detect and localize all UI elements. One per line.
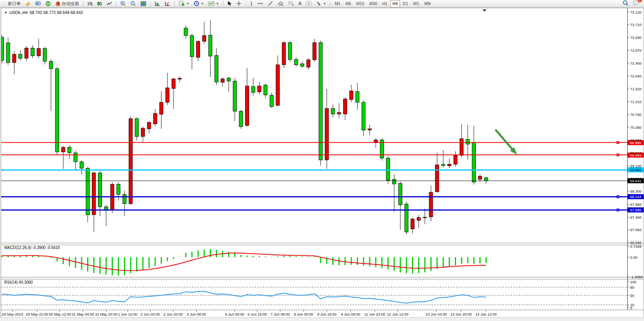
- zoom-in-button[interactable]: [118, 0, 128, 7]
- chevron-down-icon: ▼: [216, 2, 219, 5]
- templates-button[interactable]: ▼: [206, 0, 221, 7]
- hline-price-label: 67.695: [628, 207, 644, 212]
- price-tick-label: 73.710: [630, 23, 642, 27]
- toolbar-separator: [174, 1, 175, 6]
- auto-scroll-button[interactable]: [153, 0, 162, 7]
- candlestick-series: [1, 20, 488, 234]
- chart-shift-button[interactable]: [163, 0, 172, 7]
- svg-text:T: T: [308, 2, 310, 6]
- signal-icon: [45, 1, 51, 6]
- chart-shift-marker[interactable]: [483, 9, 486, 12]
- price-tick-label: 71.620: [630, 87, 642, 91]
- zoom-out-button[interactable]: [128, 0, 138, 7]
- periods-button[interactable]: ▼: [192, 0, 206, 7]
- price-tick-label: 70.790: [630, 112, 642, 117]
- toolbar-separator: [150, 1, 151, 6]
- price-tick-label: 67.050: [630, 228, 642, 232]
- text-label-tool-button[interactable]: T: [304, 0, 314, 7]
- timeframe-m15-button[interactable]: M15: [354, 0, 367, 7]
- trendline-tool-button[interactable]: [266, 0, 275, 7]
- crosshair-tool-button[interactable]: [234, 0, 244, 7]
- channel-tool-button[interactable]: E: [275, 0, 286, 7]
- fibonacci-tool-button[interactable]: F: [286, 0, 296, 7]
- text-tool-button[interactable]: A: [297, 0, 304, 7]
- chart-window: ▼ USOil-,H4 68.742 68.772 68.549 68.642 …: [1, 8, 644, 318]
- hline-price-label: 68.992: [628, 167, 644, 172]
- price-tick-label: 67.460: [630, 215, 642, 219]
- tile-windows-icon: [140, 1, 146, 6]
- timeframe-m30-button[interactable]: M30: [367, 0, 379, 7]
- timeframe-mn-button[interactable]: MN: [422, 0, 433, 7]
- rsi-axis-label: 80: [630, 285, 635, 289]
- chart-candles-button[interactable]: [95, 0, 104, 7]
- chart-canvas[interactable]: [1, 8, 644, 318]
- price-tick-label: 72.870: [630, 48, 642, 53]
- trendline-icon: [268, 1, 273, 6]
- zoom-in-icon: [120, 1, 126, 6]
- macd-axis-label: 0.7349: [630, 244, 642, 249]
- price-tick-label: 69.540: [630, 151, 642, 155]
- add-indicator-icon: [179, 1, 185, 6]
- order-ticket-button[interactable]: [23, 0, 33, 7]
- macd-indicator-label: MACD(12,26,9) -0.3900 -0.5615: [4, 246, 60, 250]
- price-tick-label: 68.710: [630, 177, 642, 181]
- timeframe-w1-button[interactable]: W1: [411, 0, 422, 7]
- macd-axis-label: -1.3359: [630, 275, 643, 279]
- rsi-line: [2, 291, 486, 303]
- equidistant-channel-icon: E: [277, 1, 284, 6]
- horizontal-line-tool-button[interactable]: [255, 0, 265, 7]
- chart-line-icon: [107, 1, 112, 6]
- arrows-icon: [316, 1, 321, 6]
- price-tick-label: 70.380: [630, 125, 642, 130]
- timeframe-h1-button[interactable]: H1: [380, 0, 390, 7]
- svg-text:F: F: [292, 4, 294, 7]
- price-tick-label: 72.460: [630, 61, 642, 65]
- chevron-down-icon: ▼: [323, 2, 326, 5]
- price-tick-label: 69.130: [630, 164, 642, 168]
- price-tick-label: 73.290: [630, 35, 642, 40]
- horizontal-line-icon: [257, 1, 263, 6]
- notifications-button[interactable]: 1: [633, 0, 639, 7]
- vertical-line-icon: [250, 1, 253, 6]
- tile-windows-button[interactable]: [139, 0, 148, 7]
- price-tick-label: 71.210: [630, 100, 642, 104]
- chevron-down-icon: ▼: [186, 2, 190, 5]
- time-axis-label: 14 Jun 12:00: [470, 312, 502, 316]
- rsi-indicator-label: RSI(14) 43.3060: [4, 280, 33, 284]
- template-icon: [208, 1, 214, 6]
- search-icon[interactable]: [623, 0, 629, 7]
- auto-trading-button[interactable]: 自动交易: [53, 0, 81, 7]
- time-axis-label: 5 Jun 08:00: [181, 312, 212, 316]
- crosshair-icon: [236, 1, 242, 6]
- auto-trading-icon: [55, 1, 61, 6]
- zoom-out-icon: [130, 1, 136, 6]
- new-order-button[interactable]: 新订单: [6, 0, 23, 7]
- text-icon: A: [298, 1, 302, 6]
- timeframe-d1-button[interactable]: D1: [400, 0, 410, 7]
- timeframe-m1-button[interactable]: M1: [332, 0, 343, 7]
- chart-bars-button[interactable]: [85, 0, 95, 7]
- terminal-button[interactable]: [33, 0, 43, 7]
- rsi-axis-label: 50: [630, 293, 635, 298]
- clock-icon: [194, 1, 199, 6]
- chart-bars-icon: [87, 1, 93, 6]
- main-toolbar: 新订单 自动交易: [0, 0, 644, 7]
- signal-button[interactable]: [43, 0, 53, 7]
- macd-axis-label: 0.00: [630, 255, 638, 260]
- price-tick-label: 67.880: [630, 202, 642, 207]
- chart-ohlc-values: 68.742 68.772 68.549 68.642: [30, 10, 83, 15]
- auto-scroll-icon: [154, 1, 160, 6]
- chart-shift-icon: [165, 1, 170, 6]
- macd-signal-line: [2, 253, 486, 270]
- chart-dropdown-icon[interactable]: ▼: [4, 11, 7, 14]
- timeframe-h4-button[interactable]: H4: [390, 0, 400, 7]
- chart-line-button[interactable]: [105, 0, 114, 7]
- cursor-tool-button[interactable]: [225, 0, 234, 7]
- add-indicator-button[interactable]: ▼: [177, 0, 191, 7]
- timeframe-m5-button[interactable]: M5: [343, 0, 354, 7]
- price-tick-label: 68.300: [630, 189, 642, 193]
- vertical-line-tool-button[interactable]: [248, 0, 255, 7]
- toolbar-separator: [223, 1, 223, 6]
- arrows-tool-button[interactable]: ▼: [314, 0, 328, 7]
- hline-price-label: 68.124: [628, 194, 644, 199]
